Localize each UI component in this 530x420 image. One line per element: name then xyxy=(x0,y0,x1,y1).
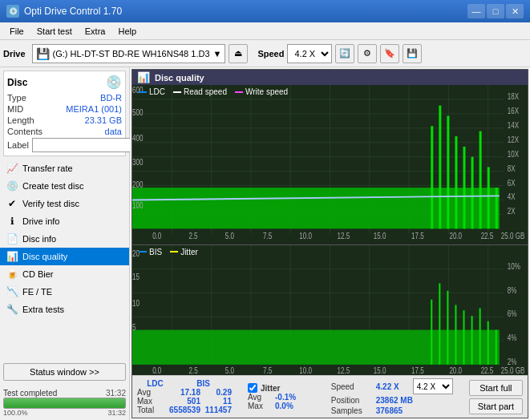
menu-start-test[interactable]: Start test xyxy=(30,25,79,38)
nav-disc-info-label: Disc info xyxy=(22,234,56,244)
drive-info-icon: ℹ xyxy=(6,216,18,227)
svg-text:10%: 10% xyxy=(508,260,521,270)
dq-title: Disc quality xyxy=(155,73,204,83)
status-time: 31:32 xyxy=(106,389,126,398)
samples-label: Samples xyxy=(331,406,371,415)
sidebar: Disc 💿 Type BD-R MID MEIRA1 (001) Length… xyxy=(0,67,130,420)
bookmark-button[interactable]: 🔖 xyxy=(380,44,399,63)
speed-stat-label: Speed xyxy=(331,382,371,391)
svg-rect-70 xyxy=(132,329,500,364)
svg-text:7.5: 7.5 xyxy=(263,365,272,374)
svg-rect-27 xyxy=(488,167,490,228)
svg-rect-71 xyxy=(431,299,432,364)
svg-rect-75 xyxy=(463,310,465,365)
minimize-button[interactable]: — xyxy=(467,4,485,18)
disc-label-input[interactable] xyxy=(32,138,139,152)
svg-text:200: 200 xyxy=(132,180,143,189)
disc-type-label: Type xyxy=(7,93,26,103)
disc-quality-panel: 📊 Disc quality LDC Read speed xyxy=(131,69,528,418)
disc-icon: 💿 xyxy=(106,75,122,90)
svg-text:25.0 GB: 25.0 GB xyxy=(501,232,525,240)
svg-text:22.5: 22.5 xyxy=(481,232,494,240)
refresh-button[interactable]: 🔄 xyxy=(335,44,354,63)
status-window-button[interactable]: Status window >> xyxy=(3,363,126,381)
jitter-checkbox[interactable] xyxy=(248,383,257,393)
max-bis-value: 11 xyxy=(204,397,232,406)
menu-file[interactable]: File xyxy=(3,25,30,38)
total-bis-value: 111457 xyxy=(204,406,232,414)
nav-disc-quality-label: Disc quality xyxy=(22,252,67,261)
svg-rect-73 xyxy=(447,290,448,364)
window-controls: — □ ✕ xyxy=(467,4,524,18)
nav-fe-te[interactable]: 📉 FE / TE xyxy=(0,283,129,301)
svg-text:25.0 GB: 25.0 GB xyxy=(501,365,525,374)
lower-chart-svg: 10% 8% 6% 4% 2% 20 15 10 5 0.0 2.5 5.0 xyxy=(132,245,528,375)
disc-length-row: Length 23.31 GB xyxy=(7,115,122,125)
svg-text:10: 10 xyxy=(132,297,140,307)
settings-button[interactable]: ⚙ xyxy=(358,44,377,63)
disc-type-value: BD-R xyxy=(100,93,122,103)
svg-text:6X: 6X xyxy=(508,179,516,188)
nav-drive-info-label: Drive info xyxy=(22,216,59,226)
svg-text:6%: 6% xyxy=(508,309,517,318)
progress-area: Test completed 31:32 100.0% 31:32 xyxy=(0,384,129,420)
svg-rect-76 xyxy=(471,316,473,365)
speed-select[interactable]: 4.2 X 2X 4X 6X 8X xyxy=(287,44,332,63)
svg-text:5: 5 xyxy=(132,321,136,331)
svg-text:4X: 4X xyxy=(508,193,516,202)
drive-selector[interactable]: 💾 (G:) HL-DT-ST BD-RE WH16NS48 1.D3 ▼ xyxy=(32,44,226,63)
svg-rect-23 xyxy=(455,136,457,228)
drive-icon: 💾 xyxy=(36,47,50,60)
svg-text:18X: 18X xyxy=(508,92,519,101)
svg-text:8%: 8% xyxy=(508,285,517,294)
nav-disc-quality[interactable]: 📊 Disc quality xyxy=(0,248,129,265)
svg-text:8X: 8X xyxy=(508,164,516,173)
total-ldc-value: 6558539 xyxy=(164,406,200,414)
nav-transfer-rate[interactable]: 📈 Transfer rate xyxy=(0,160,129,177)
bis-column-header: BIS xyxy=(189,379,217,388)
nav-disc-info[interactable]: 📄 Disc info xyxy=(0,230,129,248)
nav-drive-info[interactable]: ℹ Drive info xyxy=(0,212,129,230)
nav-cd-bier[interactable]: 🍺 CD Bier xyxy=(0,265,129,283)
svg-text:15.0: 15.0 xyxy=(374,365,386,374)
jitter-legend-dot xyxy=(170,251,178,252)
close-button[interactable]: ✕ xyxy=(506,4,524,18)
start-full-button[interactable]: Start full xyxy=(469,380,523,396)
drive-value: (G:) HL-DT-ST BD-RE WH16NS48 1.D3 xyxy=(53,49,210,59)
app-icon: 💿 xyxy=(6,5,19,18)
svg-text:4%: 4% xyxy=(508,332,517,341)
maximize-button[interactable]: □ xyxy=(487,4,504,18)
lower-chart: BIS Jitter xyxy=(132,245,528,375)
speed-stat-select[interactable]: 4.2 X 2X 4X xyxy=(413,378,453,394)
lower-legend: BIS Jitter xyxy=(139,248,198,256)
start-part-button[interactable]: Start part xyxy=(469,398,523,414)
svg-text:17.5: 17.5 xyxy=(411,365,424,374)
svg-text:300: 300 xyxy=(132,158,143,167)
nav-verify-test-disc-label: Verify test disc xyxy=(22,199,79,208)
jitter-avg-label: Avg xyxy=(248,393,272,402)
jitter-legend-label: Jitter xyxy=(180,248,198,256)
progress-bar-inner xyxy=(4,398,125,408)
svg-text:0.0: 0.0 xyxy=(152,365,161,374)
menu-bar: File Start test Extra Help xyxy=(0,22,530,40)
title-bar-left: 💿 Opti Drive Control 1.70 xyxy=(6,5,122,18)
save-button[interactable]: 💾 xyxy=(403,44,422,63)
disc-mid-value: MEIRA1 (001) xyxy=(66,104,122,114)
nav-verify-test-disc[interactable]: ✔ Verify test disc xyxy=(0,195,129,212)
svg-text:20.0: 20.0 xyxy=(449,232,462,240)
svg-text:14X: 14X xyxy=(508,121,519,130)
nav-menu: 📈 Transfer rate 💿 Create test disc ✔ Ver… xyxy=(0,160,129,318)
nav-create-test-disc[interactable]: 💿 Create test disc xyxy=(0,177,129,195)
svg-rect-19 xyxy=(132,188,500,228)
toolbar: Drive 💾 (G:) HL-DT-ST BD-RE WH16NS48 1.D… xyxy=(0,40,530,67)
svg-rect-78 xyxy=(488,321,489,364)
jitter-avg-value: -0.1% xyxy=(275,393,296,402)
svg-text:15.0: 15.0 xyxy=(374,232,386,240)
nav-extra-tests[interactable]: 🔧 Extra tests xyxy=(0,301,129,318)
menu-extra[interactable]: Extra xyxy=(79,25,112,38)
cd-bier-icon: 🍺 xyxy=(6,269,18,280)
menu-help[interactable]: Help xyxy=(111,25,143,38)
legend-write-speed: Write speed xyxy=(235,87,288,96)
eject-button[interactable]: ⏏ xyxy=(229,44,248,63)
svg-text:5.0: 5.0 xyxy=(225,365,234,374)
